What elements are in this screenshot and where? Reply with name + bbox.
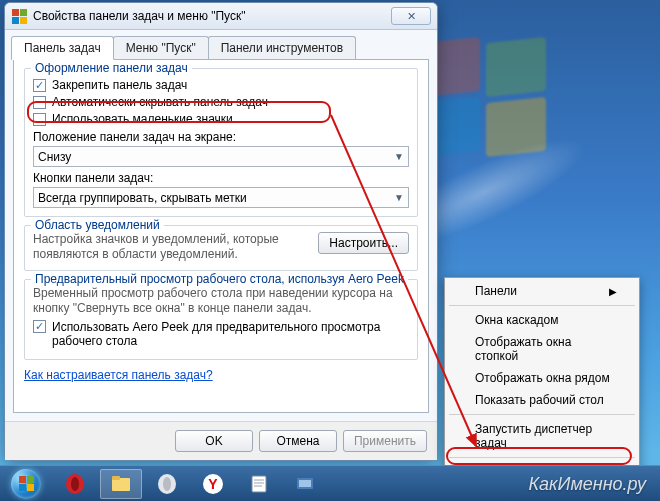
tabstrip: Панель задач Меню "Пуск" Панели инструме…	[5, 30, 437, 59]
menu-item-label: Панели	[475, 284, 517, 298]
row-small-icons: Использовать маленькие значки	[33, 112, 409, 126]
menu-separator	[449, 305, 635, 306]
svg-point-6	[163, 477, 171, 491]
menu-item-stack[interactable]: Отображать окна стопкой	[447, 331, 637, 367]
group-notification-area: Область уведомлений Настройка значков и …	[24, 225, 418, 271]
svg-rect-4	[112, 476, 120, 480]
yandex-icon: Y	[202, 473, 224, 495]
tab-label: Панель задач	[24, 41, 101, 55]
menu-item-label: Показать рабочий стол	[475, 393, 604, 407]
checkbox-small-icons[interactable]	[33, 113, 46, 126]
row-autohide: Автоматически скрывать панель задач	[33, 95, 409, 109]
tabpanel-taskbar: Оформление панели задач Закрепить панель…	[13, 59, 429, 413]
peek-desc: Временный просмотр рабочего стола при на…	[33, 286, 409, 316]
taskbar-explorer[interactable]	[100, 469, 142, 499]
close-icon: ✕	[407, 10, 416, 23]
menu-item-label: Отображать окна стопкой	[475, 335, 617, 363]
checkbox-label: Автоматически скрывать панель задач	[52, 95, 268, 109]
menu-separator	[449, 457, 635, 458]
button-label: OK	[205, 434, 222, 448]
window-title: Свойства панели задач и меню "Пуск"	[33, 9, 391, 23]
help-link[interactable]: Как настраивается панель задач?	[24, 368, 213, 382]
dialog-actions: OK Отмена Применить	[5, 421, 437, 460]
notify-desc: Настройка значков и уведомлений, которые…	[33, 232, 310, 262]
checkbox-label: Использовать Aero Peek для предварительн…	[52, 320, 382, 348]
titlebar[interactable]: Свойства панели задач и меню "Пуск" ✕	[5, 3, 437, 30]
close-button[interactable]: ✕	[391, 7, 431, 25]
tab-label: Меню "Пуск"	[126, 41, 196, 55]
tab-label: Панели инструментов	[221, 41, 343, 55]
button-label: Отмена	[276, 434, 319, 448]
cancel-button[interactable]: Отмена	[259, 430, 337, 452]
row-lock-taskbar: Закрепить панель задач	[33, 78, 409, 92]
adapter-icon	[294, 473, 316, 495]
taskbar-opera[interactable]	[54, 469, 96, 499]
group-legend: Предварительный просмотр рабочего стола,…	[31, 272, 408, 286]
explorer-icon	[110, 473, 132, 495]
ok-button[interactable]: OK	[175, 430, 253, 452]
group-legend: Оформление панели задач	[31, 61, 192, 75]
watermark: КакИменно.ру	[528, 474, 646, 495]
start-button[interactable]	[4, 469, 48, 499]
group-legend: Область уведомлений	[31, 218, 164, 232]
label-buttons: Кнопки панели задач:	[33, 171, 409, 185]
tab-start-menu[interactable]: Меню "Пуск"	[113, 36, 209, 59]
apply-button[interactable]: Применить	[343, 430, 427, 452]
group-aero-peek: Предварительный просмотр рабочего стола,…	[24, 279, 418, 360]
checkbox-label: Закрепить панель задач	[52, 78, 187, 92]
menu-item-label: Отображать окна рядом	[475, 371, 610, 385]
submenu-arrow-icon: ▶	[609, 286, 617, 297]
notepad-icon	[248, 473, 270, 495]
opera-icon	[64, 473, 86, 495]
svg-rect-9	[252, 476, 266, 492]
start-orb-icon	[11, 469, 41, 499]
taskbar-pinned-apps: Y	[54, 469, 326, 499]
select-value: Всегда группировать, скрывать метки	[38, 191, 247, 205]
taskbar-opera-next[interactable]	[146, 469, 188, 499]
taskbar-adapter[interactable]	[284, 469, 326, 499]
svg-text:Y: Y	[208, 476, 218, 492]
taskbar-notepad[interactable]	[238, 469, 280, 499]
taskbar-properties-dialog: Свойства панели задач и меню "Пуск" ✕ Па…	[4, 2, 438, 461]
tab-toolbars[interactable]: Панели инструментов	[208, 36, 356, 59]
checkbox-lock-taskbar[interactable]	[33, 79, 46, 92]
chevron-down-icon: ▼	[394, 151, 404, 162]
group-taskbar-appearance: Оформление панели задач Закрепить панель…	[24, 68, 418, 217]
checkbox-label: Использовать маленькие значки	[52, 112, 233, 126]
menu-separator	[449, 414, 635, 415]
menu-item-sidebyside[interactable]: Отображать окна рядом	[447, 367, 637, 389]
select-position[interactable]: Снизу ▼	[33, 146, 409, 167]
link-text: Как настраивается панель задач?	[24, 368, 213, 382]
svg-point-2	[71, 477, 79, 491]
menu-item-cascade[interactable]: Окна каскадом	[447, 309, 637, 331]
menu-item-show-desktop[interactable]: Показать рабочий стол	[447, 389, 637, 411]
customize-button[interactable]: Настроить...	[318, 232, 409, 254]
tab-taskbar[interactable]: Панель задач	[11, 36, 114, 60]
svg-rect-14	[299, 480, 311, 487]
select-buttons[interactable]: Всегда группировать, скрывать метки ▼	[33, 187, 409, 208]
button-label: Применить	[354, 434, 416, 448]
system-icon	[11, 8, 27, 24]
menu-item-label: Запустить диспетчер задач	[475, 422, 617, 450]
menu-item-task-manager[interactable]: Запустить диспетчер задач	[447, 418, 637, 454]
menu-item-panels[interactable]: Панели ▶	[447, 280, 637, 302]
label-position: Положение панели задач на экране:	[33, 130, 409, 144]
menu-item-label: Окна каскадом	[475, 313, 559, 327]
button-label: Настроить...	[329, 236, 398, 250]
taskbar-yandex[interactable]: Y	[192, 469, 234, 499]
chevron-down-icon: ▼	[394, 192, 404, 203]
select-value: Снизу	[38, 150, 71, 164]
opera-next-icon	[156, 473, 178, 495]
checkbox-aero-peek[interactable]	[33, 320, 46, 333]
checkbox-autohide[interactable]	[33, 96, 46, 109]
